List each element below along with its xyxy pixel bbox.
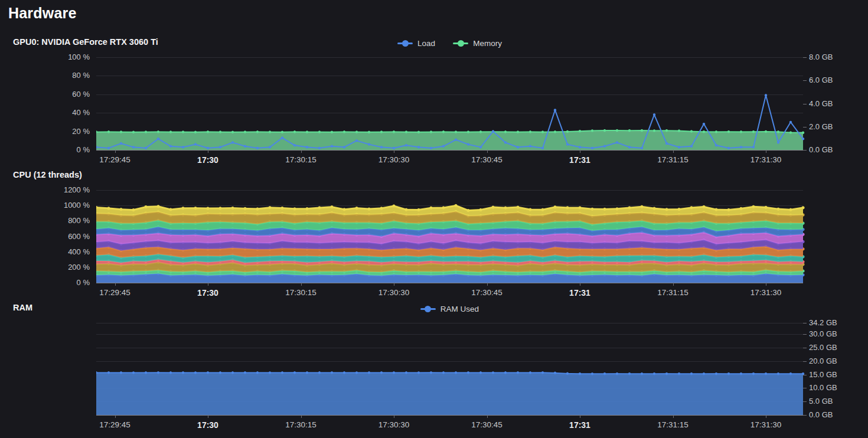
legend-label: Load: [417, 39, 435, 48]
x-axis-tick-label: 17:31: [544, 155, 615, 165]
legend-marker-icon: [397, 40, 413, 47]
ram-chart-canvas[interactable]: [96, 323, 809, 419]
y-axis-tick-label: 0 %: [34, 145, 90, 154]
ram-legend: RAM Used: [96, 303, 803, 315]
x-axis-tick-label: 17:30:15: [266, 288, 337, 297]
y-axis-right-tick-label: 20.0 GB: [809, 357, 837, 365]
x-axis-tick-label: 17:31:15: [638, 155, 709, 164]
y-axis-right-tick-label: 15.0 GB: [809, 370, 837, 379]
legend-marker-dot: [402, 40, 409, 47]
y-axis-tick-label: 800 %: [34, 216, 90, 225]
y-axis-tick-label: 1200 %: [34, 185, 90, 194]
legend-label: RAM Used: [440, 305, 479, 313]
y-axis-tick-label: 80 %: [34, 71, 90, 80]
x-axis-tick-label: 17:30:30: [358, 155, 429, 164]
legend-marker-dot: [425, 306, 431, 312]
y-axis-tick-label: 20 %: [34, 127, 90, 136]
x-axis-tick-label: 17:31: [544, 420, 615, 430]
y-axis-tick-label: 0 %: [34, 278, 90, 287]
x-axis-tick-label: 17:29:45: [80, 420, 151, 429]
x-axis-tick-label: 17:31:15: [638, 420, 709, 429]
x-axis-tick-label: 17:31:30: [730, 155, 801, 164]
y-axis-right-tick-label: 8.0 GB: [809, 53, 833, 61]
y-axis-right-tick-label: 30.0 GB: [809, 329, 837, 338]
x-axis-tick-label: 17:30:30: [358, 420, 429, 429]
legend-marker-icon: [420, 305, 436, 312]
page-title: Hardware: [8, 5, 77, 22]
y-axis-right-tick-label: 34.2 GB: [809, 318, 837, 327]
cpu-section-title: CPU (12 threads): [13, 170, 82, 179]
y-axis-tick-label: 600 %: [34, 232, 90, 241]
y-axis-tick-label: 60 %: [34, 90, 90, 99]
x-axis-tick-label: 17:30: [172, 288, 243, 298]
y-axis-tick-label: 100 %: [34, 53, 90, 61]
legend-item-ram-used[interactable]: RAM Used: [420, 305, 479, 313]
x-axis-tick-label: 17:30:45: [452, 420, 523, 429]
gpu-legend: LoadMemory: [96, 37, 803, 49]
legend-item-memory[interactable]: Memory: [453, 39, 502, 48]
y-axis-right-tick-label: 5.0 GB: [809, 397, 833, 406]
x-axis-tick-label: 17:30:45: [452, 288, 523, 297]
y-axis-right-tick-label: 0.0 GB: [809, 410, 833, 419]
y-axis-tick-label: 40 %: [34, 108, 90, 117]
x-axis-tick-label: 17:31:30: [730, 420, 801, 429]
x-axis-tick-label: 17:31:30: [730, 288, 801, 297]
x-axis-tick-label: 17:30: [172, 155, 243, 165]
y-axis-tick-label: 200 %: [34, 263, 90, 272]
gpu-chart-canvas[interactable]: [96, 57, 809, 154]
y-axis-tick-label: 1000 %: [34, 201, 90, 210]
hardware-dashboard: Hardware GPU0: NVIDIA GeForce RTX 3060 T…: [0, 0, 868, 438]
y-axis-right-tick-label: 6.0 GB: [809, 76, 833, 84]
x-axis-tick-label: 17:30:15: [266, 155, 337, 164]
x-axis-tick-label: 17:31:15: [638, 288, 709, 297]
x-axis-tick-label: 17:30:45: [452, 155, 523, 164]
x-axis-tick-label: 17:30: [172, 420, 243, 430]
y-axis-right-tick-label: 25.0 GB: [809, 343, 837, 352]
y-axis-right-tick-label: 10.0 GB: [809, 383, 837, 392]
x-axis-tick-label: 17:30:15: [266, 420, 337, 429]
legend-marker-icon: [453, 40, 468, 47]
y-axis-tick-label: 400 %: [34, 247, 90, 256]
legend-item-load[interactable]: Load: [397, 39, 435, 48]
y-axis-right-tick-label: 0.0 GB: [809, 145, 833, 154]
x-axis-tick-label: 17:29:45: [80, 288, 151, 297]
y-axis-right-tick-label: 4.0 GB: [809, 99, 833, 108]
x-axis-tick-label: 17:30:30: [358, 288, 429, 297]
legend-label: Memory: [473, 39, 502, 48]
y-axis-right-tick-label: 2.0 GB: [809, 122, 833, 131]
legend-marker-dot: [458, 40, 464, 47]
x-axis-tick-label: 17:29:45: [80, 155, 151, 164]
cpu-chart-canvas[interactable]: [96, 190, 809, 287]
x-axis-tick-label: 17:31: [544, 288, 615, 298]
ram-section-title: RAM: [13, 303, 32, 312]
